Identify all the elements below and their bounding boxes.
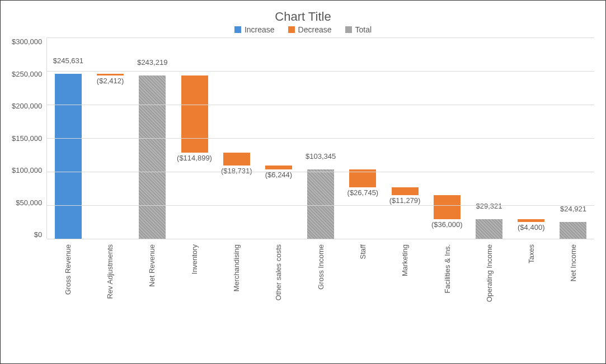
y-tick: $100,000: [12, 166, 42, 174]
bar-total: [307, 169, 334, 239]
bar-decrease: [181, 75, 208, 153]
x-category-label: Marketing: [401, 244, 409, 276]
bar-decrease: [97, 74, 124, 75]
bar-decrease: [392, 187, 419, 195]
x-category: Gross Revenue: [46, 239, 88, 311]
x-category-label: Facilities & Ins.: [443, 244, 451, 293]
bar-total: [139, 75, 166, 239]
data-label: ($36,000): [431, 220, 463, 228]
legend-label-total: Total: [355, 25, 372, 34]
x-category-label: Gross Income: [316, 244, 325, 290]
bar-decrease: [265, 166, 292, 169]
legend-swatch-increase: [234, 26, 241, 33]
legend-swatch-total: [345, 26, 352, 33]
x-category-label: Net Revenue: [148, 244, 156, 287]
chart-legend: Increase Decrease Total: [12, 25, 594, 34]
y-tick: $0: [34, 230, 42, 239]
data-label: ($114,899): [177, 154, 212, 162]
chart-frame: Chart Title Increase Decrease Total $300…: [0, 0, 606, 364]
gridline: [47, 138, 594, 139]
bar-decrease: [518, 219, 544, 222]
legend-item-decrease: Decrease: [288, 25, 332, 34]
gridline: [47, 71, 594, 72]
y-tick: $150,000: [12, 134, 42, 143]
x-category: Taxes: [510, 239, 552, 311]
x-category-label: Merchandising: [232, 244, 241, 292]
legend-label-increase: Increase: [245, 25, 275, 34]
x-category: Marketing: [384, 239, 426, 311]
x-category: Facilities & Ins.: [426, 239, 468, 311]
bar-total: [476, 219, 502, 239]
y-tick: $50,000: [16, 198, 42, 207]
data-label: ($18,731): [221, 166, 252, 174]
gridline: [47, 172, 594, 172]
data-label: ($26,745): [347, 188, 379, 197]
bar-total: [560, 222, 586, 239]
chart-title: Chart Title: [12, 10, 594, 24]
x-category-label: Taxes: [527, 244, 535, 263]
x-category-label: Gross Revenue: [63, 244, 72, 295]
x-category-label: Net Income: [569, 244, 577, 281]
bar-increase: [55, 74, 82, 239]
x-category: Merchandising: [215, 239, 257, 311]
gridline: [47, 205, 594, 206]
bar-decrease: [223, 153, 250, 165]
x-axis: Gross RevenueRev AdjustmentsNet RevenueI…: [46, 239, 594, 311]
x-category-label: Operating Income: [485, 244, 493, 302]
data-label: ($2,412): [97, 77, 124, 85]
y-axis: $300,000 $250,000 $200,000 $150,000 $100…: [12, 37, 46, 239]
x-category: Inventory: [173, 239, 215, 311]
data-label: $243,219: [137, 58, 167, 67]
legend-label-decrease: Decrease: [298, 25, 332, 34]
x-category: Net Revenue: [131, 239, 173, 311]
gridline: [47, 105, 594, 105]
x-category: Staff: [341, 239, 383, 311]
plot-area: $245,631($2,412)$243,219($114,899)($18,7…: [46, 37, 594, 239]
bar-decrease: [434, 195, 461, 219]
y-tick: $300,000: [12, 37, 42, 46]
data-label: $245,631: [53, 56, 83, 65]
legend-item-increase: Increase: [234, 25, 275, 34]
data-label: ($11,279): [389, 196, 421, 204]
x-category: Operating Income: [468, 239, 510, 311]
x-category-label: Other sales costs: [274, 244, 283, 300]
y-tick: $200,000: [12, 102, 42, 110]
legend-swatch-decrease: [288, 26, 295, 33]
gridline: [47, 37, 594, 38]
data-label: ($4,400): [518, 223, 544, 231]
x-category: Net Income: [552, 239, 594, 311]
x-category: Rev Adjustments: [89, 239, 131, 311]
x-category: Gross Income: [299, 239, 341, 311]
legend-item-total: Total: [345, 25, 372, 34]
data-label: $103,345: [306, 152, 336, 160]
x-category-label: Staff: [358, 244, 367, 259]
x-category-label: Inventory: [190, 244, 198, 274]
y-tick: $250,000: [12, 70, 42, 78]
x-category: Other sales costs: [257, 239, 299, 311]
x-category-label: Rev Adjustments: [106, 244, 114, 299]
